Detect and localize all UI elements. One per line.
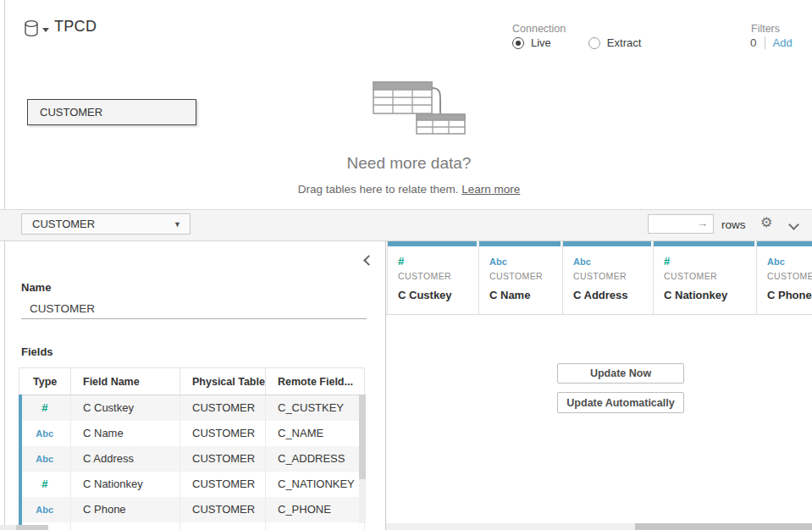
filters-controls: 0 Add	[750, 36, 793, 49]
filters-add-link[interactable]: Add	[773, 36, 793, 49]
fields-vertical-scrollbar-thumb[interactable]	[359, 395, 366, 479]
column-type-icon: #	[398, 255, 477, 268]
fields-vertical-scrollbar[interactable]	[359, 395, 366, 523]
fields-horizontal-scrollbar[interactable]	[0, 525, 48, 530]
update-automatically-button[interactable]: Update Automatically	[557, 392, 684, 413]
field-row[interactable]: AbcC AddressCUSTOMERC_ADDRESS	[19, 446, 365, 472]
field-type-icon: #	[19, 472, 71, 497]
filters-label: Filters	[751, 23, 780, 35]
radio-option-live[interactable]: Live	[512, 36, 551, 49]
physical-table-cell: CUSTOMER	[180, 472, 266, 497]
empty-state-title: Need more data?	[347, 154, 472, 173]
radio-option-extract[interactable]: Extract	[588, 36, 641, 49]
column-type-icon: Abc	[573, 255, 651, 268]
empty-cell	[71, 522, 180, 530]
field-type-icon: Abc	[19, 421, 71, 446]
column-header-type[interactable]: Type	[19, 368, 71, 395]
update-now-button[interactable]: Update Now	[557, 363, 684, 384]
learn-more-link[interactable]: Learn more	[461, 183, 520, 196]
fields-table-body: #C CustkeyCUSTOMERC_CUSTKEYAbcC NameCUST…	[19, 395, 365, 530]
remote-field-cell: C_NAME	[266, 421, 365, 446]
panel-divider[interactable]	[385, 241, 386, 530]
field-name-cell: C Custkey	[71, 395, 180, 421]
grid-settings-gear-icon[interactable]: ⚙	[760, 216, 772, 229]
fields-selection-accent-strip	[19, 395, 22, 530]
field-name-cell: C Nationkey	[71, 472, 180, 497]
fields-section-label: Fields	[21, 345, 53, 358]
rows-count-field[interactable]: →	[648, 214, 714, 234]
tableau-datasource-page: TPCD Connection Live Extract Filters 0 A…	[0, 0, 812, 530]
dropdown-caret-icon: ▼	[174, 220, 181, 229]
apply-rows-arrow-icon[interactable]: →	[697, 217, 708, 229]
grid-horizontal-scrollbar-thumb[interactable]	[635, 523, 812, 530]
field-name-cell: C Address	[71, 446, 180, 472]
radio-extract-unselected-icon[interactable]	[588, 37, 600, 49]
datagrid-toolbar: CUSTOMER ▼ → rows ⚙	[0, 209, 812, 241]
column-table-label: CUSTOMER	[398, 271, 477, 281]
column-type-icon: Abc	[489, 255, 561, 268]
field-row[interactable]: #C CustkeyCUSTOMERC_CUSTKEY	[19, 395, 365, 421]
fields-table-header-row: Type Field Name Physical Table Remote Fi…	[19, 368, 365, 395]
empty-cell	[266, 522, 365, 530]
column-table-label: CUSTOMER	[664, 271, 754, 281]
filters-count: 0	[750, 36, 757, 49]
fields-table: Type Field Name Physical Table Remote Fi…	[19, 367, 365, 530]
table-name-value: CUSTOMER	[21, 302, 95, 315]
column-field-name: C Nationkey	[664, 289, 754, 301]
database-menu-caret-icon[interactable]	[42, 28, 49, 32]
grid-options-chevron-down-icon[interactable]	[788, 219, 799, 230]
column-header-remote-field[interactable]: Remote Field...	[266, 368, 365, 395]
field-name-cell: C Phone	[71, 497, 180, 522]
remote-field-cell: C_ADDRESS	[266, 446, 365, 472]
connection-label: Connection	[512, 23, 566, 35]
remote-field-cell: C_PHONE	[266, 497, 365, 522]
empty-state-hint: Drag tables here to relate them. Learn m…	[298, 183, 521, 196]
canvas-table-node-label: CUSTOMER	[28, 106, 102, 119]
grid-horizontal-scrollbar[interactable]	[386, 523, 812, 530]
grid-column-header[interactable]: AbcCUSTOMERC Phone	[756, 241, 812, 314]
column-type-icon: #	[664, 255, 754, 268]
canvas-table-node-customer[interactable]: CUSTOMER	[27, 99, 196, 125]
field-row-partial[interactable]	[19, 522, 365, 530]
table-name-field[interactable]: CUSTOMER	[21, 298, 367, 319]
datasource-title[interactable]: TPCD	[54, 18, 97, 36]
name-field-label: Name	[21, 281, 51, 294]
grid-header-bottom-border	[386, 314, 812, 315]
connection-type-radios: Live Extract	[512, 36, 641, 49]
field-type-icon: Abc	[19, 497, 71, 522]
table-selector-dropdown[interactable]: CUSTOMER ▼	[21, 213, 191, 235]
rows-count-input[interactable]	[650, 216, 698, 232]
field-name-cell: C Name	[71, 421, 180, 446]
column-header-field-name[interactable]: Field Name	[71, 368, 180, 395]
physical-table-cell: CUSTOMER	[180, 446, 266, 472]
column-field-name: C Address	[573, 289, 651, 301]
database-icon[interactable]	[23, 19, 40, 38]
column-type-icon: Abc	[767, 255, 812, 268]
grid-column-header[interactable]: #CUSTOMERC Nationkey	[653, 241, 754, 314]
fields-horizontal-scrollbar-thumb[interactable]	[16, 525, 48, 530]
field-type-icon: #	[19, 395, 71, 421]
field-row[interactable]: #C NationkeyCUSTOMERC_NATIONKEY	[19, 472, 365, 497]
remote-field-cell: C_CUSTKEY	[266, 395, 365, 421]
column-field-name: C Name	[489, 289, 561, 301]
column-table-label: CUSTOMER	[767, 271, 812, 281]
physical-table-cell: CUSTOMER	[180, 497, 266, 522]
field-type-icon: Abc	[19, 446, 71, 472]
window-edge-divider	[4, 0, 5, 530]
grid-column-header[interactable]: AbcCUSTOMERC Name	[478, 241, 561, 314]
collapse-panel-chevron-left-icon[interactable]	[363, 255, 374, 266]
grid-header: #CUSTOMERC CustkeyAbcCUSTOMERC NameAbcCU…	[387, 241, 812, 314]
column-header-physical-table[interactable]: Physical Table	[180, 368, 266, 395]
field-row[interactable]: AbcC NameCUSTOMERC_NAME	[19, 421, 365, 446]
radio-live-selected-icon[interactable]	[512, 37, 524, 49]
radio-live-label: Live	[531, 36, 551, 49]
field-row[interactable]: AbcC PhoneCUSTOMERC_PHONE	[19, 497, 365, 522]
column-table-label: CUSTOMER	[489, 271, 561, 281]
grid-column-header[interactable]: AbcCUSTOMERC Address	[562, 241, 651, 314]
empty-cell	[180, 522, 266, 530]
relate-tables-illustration-icon	[369, 80, 475, 135]
rows-label: rows	[721, 218, 746, 231]
column-field-name: C Phone	[767, 289, 812, 301]
column-table-label: CUSTOMER	[573, 271, 651, 281]
grid-column-header[interactable]: #CUSTOMERC Custkey	[387, 241, 477, 314]
